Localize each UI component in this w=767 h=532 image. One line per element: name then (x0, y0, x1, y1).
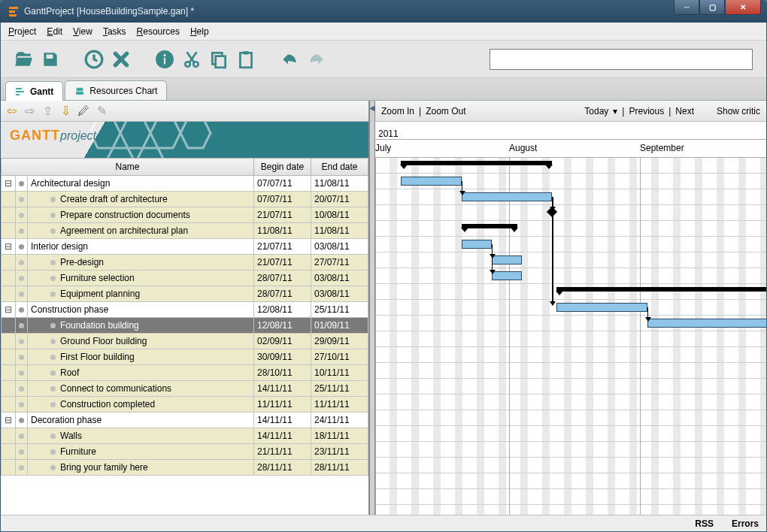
task-row[interactable]: Create draft of architecture07/07/1120/0… (2, 192, 368, 207)
task-row[interactable]: Equipment planning28/07/1103/08/11 (2, 286, 368, 302)
clock-icon[interactable] (82, 47, 106, 71)
expand-toggle[interactable] (2, 207, 16, 223)
copy-icon[interactable] (207, 47, 231, 71)
task-tree-pane: ⇦ ⇨ ⇧ ⇩ 🖉 ✎ (1, 101, 369, 515)
task-begin: 21/07/11 (254, 207, 311, 223)
expand-toggle[interactable] (2, 255, 16, 271)
task-row[interactable]: ⊟Construction phase12/08/1125/11/11 (2, 302, 368, 318)
nav-up-icon[interactable]: ⇧ (40, 104, 55, 119)
nav-fwd-icon[interactable]: ⇨ (22, 104, 37, 119)
expand-toggle[interactable] (2, 223, 16, 239)
expand-toggle[interactable] (2, 444, 16, 460)
close-button[interactable]: ✕ (725, 0, 761, 15)
tab-resources[interactable]: Resources Chart (65, 80, 167, 100)
next-button[interactable]: Next (675, 106, 694, 116)
task-bar[interactable] (647, 319, 766, 328)
task-begin: 21/07/11 (254, 255, 311, 271)
expand-toggle[interactable] (2, 318, 16, 334)
delete-icon[interactable] (109, 47, 133, 71)
expand-toggle[interactable] (2, 397, 16, 413)
zoom-in-button[interactable]: Zoom In (381, 106, 414, 116)
menu-resources[interactable]: Resources (137, 26, 180, 37)
expand-toggle[interactable] (2, 192, 16, 207)
menu-tasks[interactable]: Tasks (103, 26, 126, 37)
task-bar[interactable] (492, 271, 522, 280)
zoom-out-button[interactable]: Zoom Out (426, 106, 465, 116)
task-bar[interactable] (401, 177, 461, 186)
search-input[interactable] (490, 49, 753, 70)
expand-toggle[interactable]: ⊟ (2, 302, 16, 318)
task-name: Construction completed (28, 397, 254, 413)
expand-toggle[interactable] (2, 271, 16, 286)
expand-toggle[interactable] (2, 286, 16, 302)
expand-toggle[interactable] (2, 381, 16, 397)
link-icon[interactable]: 🖉 (76, 104, 91, 119)
menu-help[interactable]: Help (190, 26, 209, 37)
task-bar[interactable] (492, 255, 522, 264)
task-row[interactable]: Furniture selection28/07/1103/08/11 (2, 271, 368, 286)
info-icon[interactable] (153, 47, 177, 71)
expand-toggle[interactable] (2, 460, 16, 476)
col-end[interactable]: End date (311, 159, 368, 176)
previous-button[interactable]: Previous (629, 106, 664, 116)
expand-toggle[interactable] (2, 365, 16, 381)
nav-down-icon[interactable]: ⇩ (58, 104, 73, 119)
task-row[interactable]: ⊟Architectural design07/07/1111/08/11 (2, 176, 368, 192)
task-row[interactable]: Prepare construction documents21/07/1110… (2, 207, 368, 223)
task-table[interactable]: Name Begin date End date ⊟Architectural … (1, 158, 368, 476)
task-row[interactable]: Walls14/11/1118/11/11 (2, 428, 368, 444)
task-row[interactable]: Roof28/10/1110/11/11 (2, 365, 368, 381)
maximize-button[interactable]: ▢ (699, 0, 725, 15)
col-begin[interactable]: Begin date (254, 159, 311, 176)
unlink-icon[interactable]: ✎ (94, 104, 109, 119)
task-row[interactable]: Connect to communications14/11/1125/11/1… (2, 381, 368, 397)
tab-gantt[interactable]: Gantt (5, 81, 63, 101)
task-row[interactable]: Agreement on architectural plan11/08/111… (2, 223, 368, 239)
expand-toggle[interactable] (2, 428, 16, 444)
rss-link[interactable]: RSS (695, 518, 714, 529)
expand-toggle[interactable] (2, 349, 16, 365)
window-title: GanttProject [HouseBuildingSample.gan] * (24, 6, 194, 17)
task-row[interactable]: Furniture21/11/1123/11/11 (2, 444, 368, 460)
titlebar[interactable]: GanttProject [HouseBuildingSample.gan] *… (0, 0, 767, 23)
task-row[interactable]: Ground Floor building02/09/1129/09/11 (2, 334, 368, 349)
task-bar[interactable] (462, 192, 553, 201)
dropdown-icon[interactable]: ▾ (613, 106, 617, 116)
task-row[interactable]: Foundation building12/08/1101/09/11 (2, 318, 368, 334)
menu-view[interactable]: View (73, 26, 92, 37)
undo-icon[interactable] (277, 47, 302, 71)
task-row[interactable]: ⊟Decoration phase14/11/1124/11/11 (2, 413, 368, 428)
col-name[interactable]: Name (2, 159, 254, 176)
task-begin: 02/09/11 (254, 334, 311, 349)
task-row[interactable]: First Floor building30/09/1127/10/11 (2, 349, 368, 365)
cut-icon[interactable] (180, 47, 204, 71)
nav-back-icon[interactable]: ⇦ (4, 104, 19, 119)
gantt-canvas[interactable] (375, 158, 766, 515)
save-icon[interactable] (38, 47, 62, 71)
task-name: Prepare construction documents (28, 207, 254, 223)
task-row[interactable]: Pre-design21/07/1127/07/11 (2, 255, 368, 271)
today-button[interactable]: Today (584, 106, 608, 116)
expand-toggle[interactable] (2, 334, 16, 349)
timeline-year: 2011 (375, 122, 766, 140)
menu-edit[interactable]: Edit (47, 26, 62, 37)
paste-icon[interactable] (234, 47, 258, 71)
summary-bar[interactable] (556, 287, 766, 292)
open-icon[interactable] (11, 47, 35, 71)
expand-toggle[interactable]: ⊟ (2, 176, 16, 192)
summary-bar[interactable] (462, 224, 518, 228)
task-row[interactable]: Construction completed11/11/1111/11/11 (2, 397, 368, 413)
task-row[interactable]: Bring your family here28/11/1128/11/11 (2, 460, 368, 476)
expand-toggle[interactable]: ⊟ (2, 413, 16, 428)
task-bar[interactable] (462, 240, 492, 249)
splitter[interactable]: ◀ (369, 101, 375, 515)
minimize-button[interactable]: ─ (674, 0, 699, 15)
summary-bar[interactable] (401, 161, 552, 165)
task-bar[interactable] (556, 303, 647, 312)
errors-link[interactable]: Errors (732, 518, 759, 529)
menu-project[interactable]: Project (8, 26, 36, 37)
expand-toggle[interactable]: ⊟ (2, 239, 16, 255)
critical-path-button[interactable]: Show critic (717, 106, 760, 116)
task-row[interactable]: ⊟Interior design21/07/1103/08/11 (2, 239, 368, 255)
redo-icon[interactable] (305, 47, 329, 71)
